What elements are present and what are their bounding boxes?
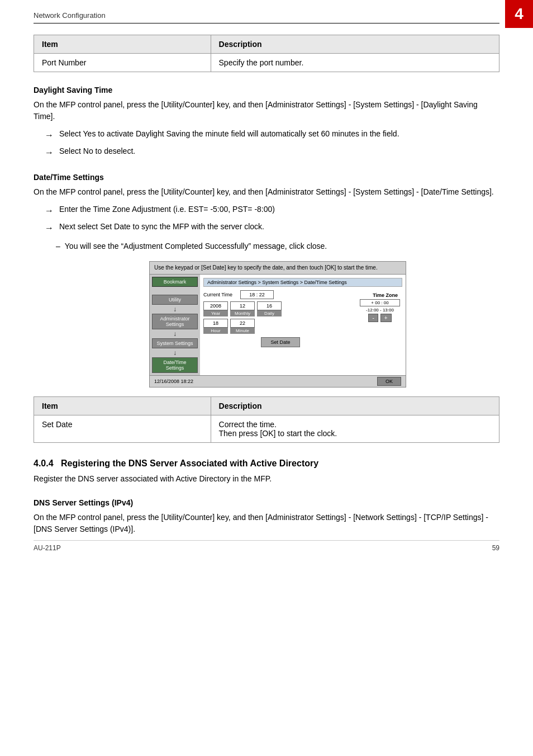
mfp-content-area: Current Time 18 : 22 2008 Year 12 <box>203 290 402 347</box>
table-row: Port Number Specify the port number. <box>34 54 499 72</box>
dns-heading: DNS Server Settings (IPv4) <box>34 498 499 507</box>
mfp-day-field: 16 Daily <box>257 301 282 316</box>
section-404-intro: Register the DNS server associated with … <box>34 473 499 485</box>
mfp-year-field: 2008 Year <box>203 301 228 316</box>
mfp-tz-value: + 00 : 00 <box>360 299 400 306</box>
mfp-minute-label: Minute <box>230 328 255 334</box>
dns-text: On the MFP control panel, press the [Uti… <box>34 512 499 535</box>
list-item: → Select No to deselect. <box>45 145 499 159</box>
list-item: → Select Yes to activate Daylight Saving… <box>45 128 499 142</box>
mfp-form-area: Current Time 18 : 22 2008 Year 12 <box>203 290 358 347</box>
mfp-status-bar: 12/16/2008 18:22 OK <box>150 375 406 387</box>
mfp-year-value: 2008 <box>203 301 228 310</box>
mfp-time-group: 18 Hour 22 Minute <box>203 319 358 334</box>
mfp-timezone-controls: Time Zone + 00 : 00 -12:00 - 13:00 - + <box>358 290 402 347</box>
datetime-bullet1: Enter the Time Zone Adjustment (i.e. EST… <box>59 204 275 215</box>
mfp-month-label: Monthly <box>230 310 255 316</box>
table2-row1-desc: Correct the time.Then press [OK] to star… <box>211 415 499 443</box>
table-set-date: Item Description Set Date Correct the ti… <box>34 396 499 443</box>
footer-right: 59 <box>492 544 499 552</box>
mfp-month-value: 12 <box>230 301 255 310</box>
mfp-tz-minus-button[interactable]: - <box>368 314 378 322</box>
mfp-datetime-label: Date/Time Settings <box>152 357 198 373</box>
arrow-icon: → <box>45 204 54 218</box>
mfp-bookmark-btn[interactable]: Bookmark <box>152 277 198 287</box>
screenshot-container: Use the keypad or [Set Date] key to spec… <box>56 261 499 388</box>
table1-col1-header: Item <box>34 35 211 54</box>
arrow-icon: → <box>45 146 54 159</box>
table2-row1-line1: Correct the time.Then press [OK] to star… <box>219 420 337 438</box>
section-404-title: Registering the DNS Server Associated wi… <box>61 459 318 468</box>
mfp-hour-value: 18 <box>203 319 228 328</box>
sidebar-down-arrow3: ↓ <box>152 349 198 356</box>
mfp-month-field: 12 Monthly <box>230 301 255 316</box>
mfp-tz-range: -12:00 - 13:00 <box>360 308 400 313</box>
arrow-icon: → <box>45 129 54 142</box>
table2-row1-item: Set Date <box>34 415 211 443</box>
mfp-ok-button[interactable]: OK <box>377 377 401 386</box>
mfp-year-label: Year <box>203 310 228 316</box>
mfp-current-time-value: 18 : 22 <box>240 290 274 299</box>
mfp-top-bar: Use the keypad or [Set Date] key to spec… <box>150 262 406 275</box>
table1-row1-item: Port Number <box>34 54 211 72</box>
table1-row1-desc: Specify the port number. <box>211 54 499 72</box>
datetime-intro: On the MFP control panel, press the [Uti… <box>34 186 499 198</box>
datetime-sub-bullet: You will see the “Adjustment Completed S… <box>65 240 327 252</box>
mfp-body: Bookmark Utility ↓ Administrator Setting… <box>150 275 406 375</box>
footer-left: AU-211P <box>34 544 61 552</box>
mfp-system-label: System Settings <box>152 338 198 348</box>
datetime-list: → Enter the Time Zone Adjustment (i.e. E… <box>45 204 499 235</box>
daylight-saving-list: → Select Yes to activate Daylight Saving… <box>45 128 499 159</box>
daylight-bullet1: Select Yes to activate Daylight Saving t… <box>59 128 399 140</box>
mfp-admin-label: Administrator Settings <box>152 314 198 329</box>
mfp-date-group: 2008 Year 12 Monthly 16 Daily <box>203 301 358 316</box>
datetime-sub-list: You will see the “Adjustment Completed S… <box>56 240 499 252</box>
table2-col1-header: Item <box>34 397 211 415</box>
section-404-number: 4.0.4 <box>34 459 54 468</box>
mfp-status-date: 12/16/2008 18:22 <box>154 379 193 384</box>
mfp-sidebar: Bookmark Utility ↓ Administrator Setting… <box>150 275 200 375</box>
arrow-icon: → <box>45 221 54 235</box>
page-number-badge: 4 <box>505 0 533 28</box>
mfp-timezone-label: Time Zone <box>360 292 400 298</box>
mfp-tz-plus-button[interactable]: + <box>380 314 392 322</box>
datetime-heading: Date/Time Settings <box>34 173 499 182</box>
list-item: → Next select Set Date to sync the MFP w… <box>45 221 499 235</box>
daylight-saving-heading: Daylight Saving Time <box>34 86 499 94</box>
table-port-number: Item Description Port Number Specify the… <box>34 35 499 72</box>
mfp-day-label: Daily <box>257 310 282 316</box>
list-item: You will see the “Adjustment Completed S… <box>56 240 499 252</box>
daylight-bullet2: Select No to deselect. <box>59 145 135 157</box>
mfp-day-value: 16 <box>257 301 282 310</box>
page-footer: AU-211P 59 <box>34 540 499 552</box>
table2-col2-header: Description <box>211 397 499 415</box>
mfp-top-message: Use the keypad or [Set Date] key to spec… <box>154 264 378 271</box>
section-404-heading: 4.0.4 Registering the DNS Server Associa… <box>34 459 499 469</box>
mfp-minute-value: 22 <box>230 319 255 328</box>
sidebar-down-arrow: ↓ <box>152 306 198 313</box>
list-item: → Enter the Time Zone Adjustment (i.e. E… <box>45 204 499 218</box>
mfp-hour-label: Hour <box>203 328 228 334</box>
table-row: Set Date Correct the time.Then press [OK… <box>34 415 499 443</box>
mfp-breadcrumb: Administrator Settings > System Settings… <box>203 278 402 287</box>
mfp-setdate-button[interactable]: Set Date <box>261 337 299 347</box>
mfp-current-time-row: Current Time 18 : 22 <box>203 290 358 299</box>
mfp-hour-field: 18 Hour <box>203 319 228 334</box>
table1-col2-header: Description <box>211 35 499 54</box>
page-header: Network Configuration 4 <box>34 11 499 23</box>
mfp-screenshot: Use the keypad or [Set Date] key to spec… <box>149 261 406 388</box>
page-title: Network Configuration <box>34 11 106 20</box>
mfp-utility-label: Utility <box>152 295 198 305</box>
mfp-tz-btns: - + <box>360 314 400 322</box>
sidebar-down-arrow2: ↓ <box>152 330 198 337</box>
mfp-current-time-label: Current Time <box>203 292 237 297</box>
datetime-bullet2: Next select Set Date to sync the MFP wit… <box>59 221 264 233</box>
daylight-saving-intro: On the MFP control panel, press the [Uti… <box>34 99 499 122</box>
mfp-main-content: Administrator Settings > System Settings… <box>200 275 406 375</box>
mfp-minute-field: 22 Minute <box>230 319 255 334</box>
